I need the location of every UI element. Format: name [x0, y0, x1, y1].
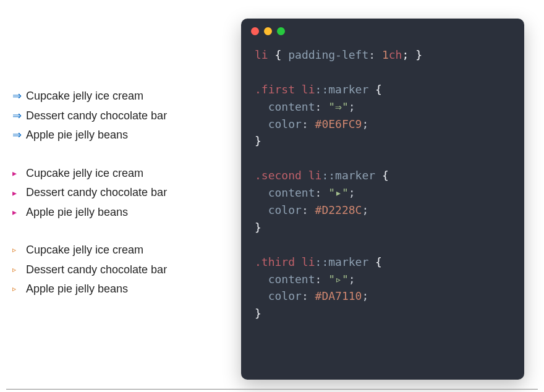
list-item-text: Dessert candy chocolate bar: [26, 260, 167, 280]
list-item: ▹Dessert candy chocolate bar: [12, 260, 223, 280]
maximize-icon[interactable]: [277, 27, 285, 35]
list-item-text: Apple pie jelly beans: [26, 203, 128, 223]
preview-panel: ⇒Cupcake jelly ice cream ⇒Dessert candy …: [12, 19, 223, 380]
marker-triangle-outline-icon: ▹: [12, 283, 26, 296]
list-item-text: Dessert candy chocolate bar: [26, 183, 167, 203]
list-item: ▸Dessert candy chocolate bar: [12, 183, 223, 203]
code-token: }: [255, 221, 261, 234]
code-token: ::marker: [315, 255, 369, 268]
minimize-icon[interactable]: [264, 27, 272, 35]
code-token: content: [268, 186, 315, 199]
code-token: li: [302, 255, 315, 268]
list-third: ▹Cupcake jelly ice cream ▹Dessert candy …: [12, 241, 223, 299]
code-token: #D2228C: [315, 203, 362, 216]
code-token: padding-left: [288, 48, 368, 61]
list-item: ⇒Dessert candy chocolate bar: [12, 106, 223, 126]
code-token: {: [368, 255, 382, 268]
list-item: ⇒Cupcake jelly ice cream: [12, 87, 223, 106]
marker-triangle-icon: ▸: [12, 205, 26, 220]
code-token: #DA7110: [315, 289, 362, 302]
marker-triangle-outline-icon: ▹: [12, 263, 26, 276]
list-item: ▹Cupcake jelly ice cream: [12, 241, 223, 260]
marker-triangle-icon: ▸: [12, 185, 26, 201]
code-token: color: [268, 117, 302, 130]
code-token: {: [368, 83, 382, 96]
code-token: 1: [382, 48, 389, 61]
code-token: {: [268, 48, 289, 61]
list-second: ▸Cupcake jelly ice cream ▸Dessert candy …: [12, 164, 223, 223]
list-item: ⇒Apple pie jelly beans: [12, 126, 223, 145]
marker-triangle-outline-icon: ▹: [12, 244, 26, 257]
code-token: }: [255, 307, 261, 320]
code-token: li: [302, 83, 315, 96]
code-token: li: [308, 169, 322, 182]
code-token: .third: [255, 255, 302, 268]
divider: [6, 389, 538, 390]
code-token: li: [255, 48, 268, 61]
code-token: .second: [255, 169, 308, 182]
list-item: ▸Cupcake jelly ice cream: [12, 164, 223, 184]
list-item-text: Apple pie jelly beans: [26, 126, 128, 145]
list-item-text: Apple pie jelly beans: [26, 279, 128, 299]
list-first: ⇒Cupcake jelly ice cream ⇒Dessert candy …: [12, 87, 223, 145]
code-token: {: [375, 169, 389, 182]
marker-arrow-icon: ⇒: [12, 126, 26, 145]
code-token: .first: [255, 83, 302, 96]
marker-arrow-icon: ⇒: [12, 87, 26, 106]
close-icon[interactable]: [251, 27, 259, 35]
code-token: ch: [389, 48, 402, 61]
code-window: li { padding-left: 1ch; } .first li::mar…: [241, 19, 524, 380]
code-token: }: [255, 134, 261, 147]
code-token: :: [368, 48, 382, 61]
list-item-text: Cupcake jelly ice cream: [26, 164, 143, 184]
list-item: ▸Apple pie jelly beans: [12, 203, 223, 223]
code-token: "▸": [328, 186, 349, 199]
code-content: li { padding-left: 1ch; } .first li::mar…: [241, 40, 524, 336]
code-token: #0E6FC9: [315, 117, 362, 130]
code-token: ::marker: [315, 83, 369, 96]
code-token: color: [268, 203, 302, 216]
list-item-text: Cupcake jelly ice cream: [26, 87, 143, 106]
code-token: content: [268, 273, 315, 286]
list-item-text: Dessert candy chocolate bar: [26, 106, 167, 126]
list-item: ▹Apple pie jelly beans: [12, 279, 223, 299]
code-token: color: [268, 289, 302, 302]
code-token: "⇒": [328, 100, 349, 113]
list-item-text: Cupcake jelly ice cream: [26, 241, 143, 260]
code-token: content: [268, 100, 315, 113]
window-titlebar: [241, 19, 524, 40]
code-panel: li { padding-left: 1ch; } .first li::mar…: [241, 19, 532, 380]
code-token: ::marker: [321, 169, 375, 182]
code-token: ; }: [402, 48, 422, 61]
marker-triangle-icon: ▸: [12, 166, 26, 181]
code-token: "▹": [328, 273, 349, 286]
marker-arrow-icon: ⇒: [12, 106, 26, 126]
